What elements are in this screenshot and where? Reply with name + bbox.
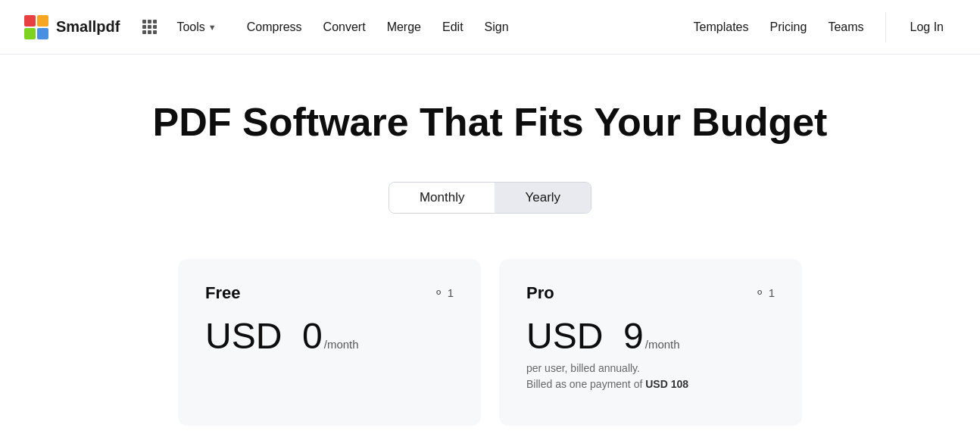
nav-edit[interactable]: Edit — [433, 16, 473, 39]
page-title: PDF Software That Fits Your Budget — [153, 100, 828, 145]
pro-price-row: USD 9 /month — [526, 318, 775, 354]
free-user-count: ⚬ 1 — [433, 285, 454, 301]
pro-note-line2: Billed as one payment of — [526, 378, 642, 390]
free-amount: 0 — [302, 316, 323, 356]
pro-user-icon: ⚬ — [754, 285, 765, 301]
free-plan-card: Free ⚬ 1 USD 0 /month — [178, 259, 481, 426]
pro-amount: 9 — [623, 316, 644, 356]
logo-icon — [24, 15, 48, 39]
pro-plan-card: Pro ⚬ 1 USD 9 /month per user, billed an… — [499, 259, 802, 426]
nav-templates[interactable]: Templates — [685, 16, 758, 39]
pro-user-count: ⚬ 1 — [754, 285, 775, 301]
yearly-toggle-button[interactable]: Yearly — [495, 183, 591, 213]
navbar: Smallpdf Tools ▼ Compress Convert Merge … — [0, 0, 980, 55]
nav-teams[interactable]: Teams — [819, 16, 872, 39]
nav-sign[interactable]: Sign — [476, 16, 518, 39]
nav-links-right: Templates Pricing Teams Log In — [685, 12, 956, 42]
nav-pricing[interactable]: Pricing — [760, 16, 816, 39]
pro-plan-name: Pro — [526, 283, 554, 303]
login-button[interactable]: Log In — [898, 16, 956, 39]
monthly-toggle-button[interactable]: Monthly — [389, 183, 495, 213]
svg-rect-3 — [37, 28, 48, 39]
grid-icon — [142, 20, 157, 34]
nav-compress[interactable]: Compress — [238, 16, 311, 39]
chevron-down-icon: ▼ — [208, 23, 217, 32]
free-plan-name: Free — [205, 283, 240, 303]
tools-label: Tools — [176, 20, 204, 34]
nav-links-main: Compress Convert Merge Edit Sign — [238, 16, 679, 39]
main-content: PDF Software That Fits Your Budget Month… — [0, 55, 980, 431]
pro-price-note: per user, billed annually. Billed as one… — [526, 361, 775, 392]
nav-merge[interactable]: Merge — [378, 16, 430, 39]
logo-link[interactable]: Smallpdf — [24, 15, 120, 39]
svg-rect-2 — [24, 28, 36, 39]
pricing-cards: Free ⚬ 1 USD 0 /month Pro ⚬ 1 — [149, 259, 831, 426]
free-user-number: 1 — [448, 286, 454, 299]
grid-menu-button[interactable] — [138, 15, 161, 39]
free-price: USD 0 — [205, 318, 323, 354]
free-price-row: USD 0 /month — [205, 318, 454, 354]
pro-card-header: Pro ⚬ 1 — [526, 283, 775, 303]
nav-convert[interactable]: Convert — [314, 16, 375, 39]
pro-user-number: 1 — [769, 286, 775, 299]
pro-note-bold: USD 108 — [645, 378, 688, 390]
billing-toggle: Monthly Yearly — [389, 182, 591, 214]
pro-period: /month — [645, 338, 680, 351]
user-icon: ⚬ — [433, 285, 444, 301]
pro-note-line1: per user, billed annually. — [526, 362, 640, 374]
tools-menu-button[interactable]: Tools ▼ — [170, 16, 222, 39]
svg-rect-1 — [37, 15, 48, 27]
nav-divider — [885, 12, 886, 42]
free-period: /month — [324, 338, 359, 351]
free-currency: USD — [205, 316, 282, 356]
pro-currency: USD — [526, 316, 603, 356]
pro-price: USD 9 — [526, 318, 644, 354]
svg-rect-0 — [24, 15, 36, 27]
free-card-header: Free ⚬ 1 — [205, 283, 454, 303]
brand-name: Smallpdf — [56, 18, 120, 36]
